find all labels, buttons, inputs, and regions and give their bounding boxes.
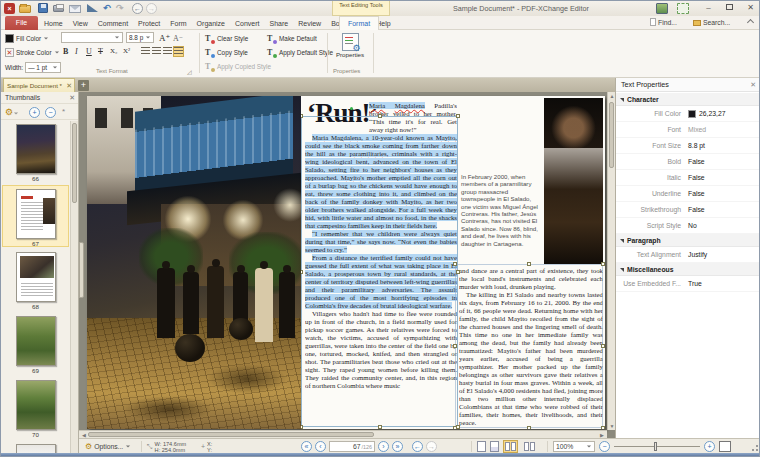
thumbnail-image-68[interactable] [16, 252, 56, 302]
font-family-combo[interactable] [61, 32, 123, 43]
properties-section-miscellaneous[interactable]: Miscellaneous [616, 263, 760, 276]
font-size-combo[interactable]: 8.8 p [126, 32, 154, 43]
close-button[interactable]: ✕ [741, 1, 760, 15]
property-row-underline[interactable]: UnderlineFalse [616, 186, 760, 202]
selection-handle[interactable] [456, 114, 460, 118]
selection-handle[interactable] [453, 426, 457, 429]
align-left-icon[interactable] [141, 47, 150, 56]
thumbnail-image-66[interactable] [16, 124, 56, 174]
maximize-button[interactable] [720, 1, 739, 15]
menu-tab-home[interactable]: Home [44, 20, 63, 27]
grow-font-button[interactable]: A⁺ [159, 33, 170, 43]
new-tab-button[interactable]: + [78, 80, 89, 91]
menu-tab-comment[interactable]: Comment [98, 20, 128, 27]
selection-handle[interactable] [456, 270, 460, 274]
menu-tab-view[interactable]: View [73, 20, 88, 27]
article-paragraph[interactable]: From a distance the terrified family cou… [305, 254, 457, 310]
thumbnail-image-67[interactable] [16, 189, 56, 239]
vertical-scrollbar[interactable]: ▲ ▼ [607, 92, 615, 430]
menu-tab-format-active[interactable]: Format [339, 16, 379, 30]
subscript-button[interactable]: X₂ [110, 47, 118, 55]
selection-handle[interactable] [301, 114, 303, 118]
menu-tab-organize[interactable]: Organize [197, 20, 225, 27]
find-button[interactable]: Find... [650, 17, 677, 29]
page-left-photo[interactable] [87, 96, 301, 429]
menu-tab-file[interactable]: File [5, 16, 38, 30]
page-right-text[interactable]: ‘Run!’ Maria Magdalena Padilla's brother… [301, 96, 605, 429]
properties-section-paragraph[interactable]: Paragraph [616, 234, 760, 247]
align-justify-icon[interactable] [174, 47, 183, 56]
thumbnail-page-70[interactable]: 70 [2, 377, 69, 439]
thumbnails-scrollbar-thumb[interactable] [72, 123, 77, 203]
options-button[interactable]: ⚙Options... [85, 439, 131, 454]
panel-close-icon[interactable]: ✕ [69, 92, 75, 104]
article-paragraph[interactable]: “I remember that we children were always… [305, 230, 457, 254]
thumbnails-zoom-out-icon[interactable]: − [45, 107, 56, 118]
align-center-icon[interactable] [152, 47, 161, 56]
menu-tab-protect[interactable]: Protect [138, 20, 160, 27]
make-default-button[interactable]: TMake Default [267, 33, 317, 44]
property-row-fill-color[interactable]: Fill Color26,23,27 [616, 106, 760, 122]
article-paragraph[interactable]: and dance are a central part of existenc… [459, 267, 603, 291]
last-page-button[interactable]: » [392, 441, 403, 452]
page-number-box[interactable]: 67/126 [329, 441, 375, 452]
thumbnail-page-69[interactable]: 69 [2, 313, 69, 375]
next-page-button[interactable]: › [378, 441, 389, 452]
stroke-width-control[interactable]: Width:— 1 pt [5, 61, 61, 73]
zoom-level-combo[interactable]: 100% [553, 441, 595, 452]
properties-section-character[interactable]: Character [616, 93, 760, 106]
property-row-text-alignment[interactable]: Text AlignmentJustify [616, 247, 760, 263]
property-row-script-style[interactable]: Script StyleNo [616, 218, 760, 234]
undo-icon[interactable]: ↶ [103, 3, 111, 14]
menu-tab-share[interactable]: Share [270, 20, 289, 27]
view-back-button[interactable]: ← [412, 441, 423, 452]
clear-style-button[interactable]: TClear Style [205, 33, 248, 44]
article-column-2[interactable]: and dance are a central part of existenc… [459, 267, 603, 427]
minimize-button[interactable]: – [699, 1, 718, 15]
fill-color-button[interactable]: Fill Color [5, 32, 49, 44]
thumbnail-image-69[interactable] [16, 316, 56, 366]
continuous-layout-icon[interactable] [490, 441, 499, 452]
selection-handle[interactable] [601, 426, 605, 429]
portrait-photo[interactable] [544, 98, 603, 264]
scroll-down-icon[interactable]: ▼ [608, 423, 615, 429]
selection-handle[interactable] [453, 344, 457, 348]
history-back-icon[interactable]: ← [132, 3, 143, 14]
selection-handle[interactable] [527, 426, 531, 429]
selection-handle[interactable] [527, 262, 531, 266]
copy-style-button[interactable]: TCopy Style [205, 47, 248, 58]
horizontal-scrollbar[interactable]: ◀ ▶ [79, 430, 607, 438]
search-button[interactable]: Search... [693, 17, 730, 29]
panel-splitter[interactable] [79, 242, 84, 298]
stroke-color-button[interactable]: ✕Stroke Color [5, 46, 60, 58]
zoom-out-button[interactable]: − [599, 441, 610, 452]
menu-tab-convert[interactable]: Convert [235, 20, 260, 27]
shrink-font-button[interactable]: A⁻ [173, 34, 183, 43]
article-paragraph[interactable]: The killing in El Salado and nearby town… [459, 291, 603, 427]
scroll-up-icon[interactable]: ▲ [608, 93, 615, 99]
single-page-layout-icon[interactable] [477, 441, 486, 452]
zoom-slider-thumb[interactable] [654, 442, 657, 451]
thumbnail-image-70[interactable] [16, 380, 56, 430]
menu-tab-review[interactable]: Review [298, 20, 321, 27]
stroke-width-combo[interactable]: — 1 pt [25, 62, 61, 73]
property-row-font-size[interactable]: Font Size8.8 pt [616, 138, 760, 154]
selection-handle[interactable] [453, 262, 457, 266]
previous-page-button[interactable]: ‹ [315, 441, 326, 452]
apply-default-style-button[interactable]: TApply Default Style [267, 47, 333, 58]
print-icon[interactable] [53, 5, 64, 12]
collapse-ribbon-icon[interactable] [747, 19, 754, 26]
property-row-bold[interactable]: BoldFalse [616, 154, 760, 170]
article-paragraph[interactable]: Villagers who hadn't had time to flee we… [305, 310, 457, 390]
thumbnails-options-icon[interactable]: ⚙ [5, 107, 19, 118]
zoom-slider[interactable] [614, 441, 700, 452]
selection-handle[interactable] [301, 270, 303, 274]
selection-handle[interactable] [378, 114, 382, 118]
email-icon[interactable] [69, 5, 81, 13]
two-page-continuous-layout-icon[interactable] [522, 440, 537, 453]
underline-button[interactable]: U [86, 47, 92, 56]
tab-close-icon[interactable]: ✕ [66, 79, 72, 92]
selection-handle[interactable] [601, 262, 605, 266]
selection-handle[interactable] [301, 425, 303, 429]
thumbnail-page-67[interactable]: 67 [2, 185, 69, 247]
